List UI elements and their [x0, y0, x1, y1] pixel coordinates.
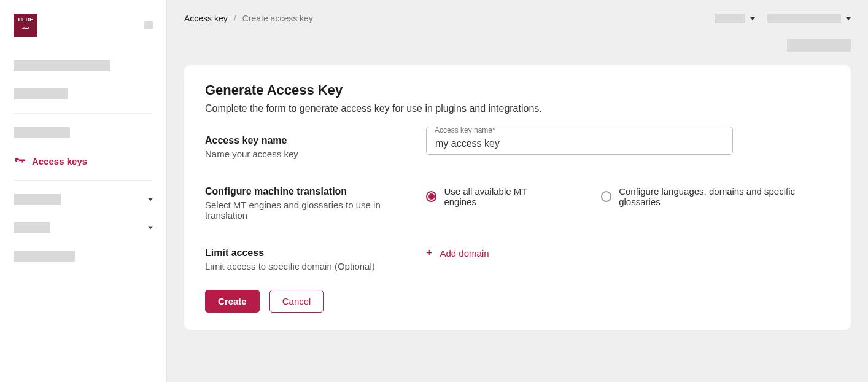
- field-title: Access key name: [205, 135, 389, 146]
- main: Access key / Create access key Generate …: [167, 0, 868, 382]
- generate-access-key-card: Generate Access Key Complete the form to…: [184, 65, 851, 330]
- sidebar-item-placeholder-2[interactable]: [14, 82, 153, 106]
- form-buttons: Create Cancel: [205, 290, 830, 313]
- breadcrumb-root[interactable]: Access key: [184, 14, 228, 23]
- mt-radio-group: Use all available MT engines Configure l…: [426, 186, 830, 207]
- sidebar-divider: [14, 180, 153, 181]
- radio-icon: [426, 191, 436, 202]
- add-domain-label: Add domain: [440, 248, 489, 259]
- mt-radio-all[interactable]: Use all available MT engines: [426, 186, 557, 207]
- sidebar-item-placeholder-4[interactable]: [14, 188, 153, 211]
- sidebar-divider: [14, 113, 153, 114]
- sidebar-item-placeholder-6[interactable]: [14, 244, 153, 268]
- field-title: Limit access: [205, 248, 389, 259]
- sidebar-item-placeholder-3[interactable]: [14, 121, 153, 144]
- chevron-down-icon: [846, 17, 851, 20]
- topbar: Access key / Create access key: [167, 0, 868, 37]
- breadcrumb-separator: /: [234, 14, 236, 23]
- chevron-down-icon: [750, 17, 755, 20]
- cancel-button[interactable]: Cancel: [269, 290, 324, 313]
- brand-logo: TILDE ∼: [14, 14, 37, 37]
- radio-label: Configure languages, domains and specifi…: [619, 186, 830, 207]
- breadcrumb-current: Create access key: [242, 14, 313, 23]
- brand-name: TILDE: [17, 17, 33, 23]
- menu-toggle-icon[interactable]: [144, 21, 153, 29]
- breadcrumb: Access key / Create access key: [184, 14, 313, 23]
- form-row-mt: Configure machine translation Select MT …: [205, 186, 830, 220]
- field-help: Select MT engines and glossaries to use …: [205, 200, 389, 220]
- form-row-name: Access key name Name your access key Acc…: [205, 135, 830, 159]
- input-floating-label: Access key name*: [435, 126, 495, 134]
- top-selector-2[interactable]: [767, 14, 851, 23]
- form-row-limit: Limit access Limit access to specific do…: [205, 248, 830, 271]
- logo-wave-icon: ∼: [21, 23, 29, 33]
- sidebar-item-placeholder-1[interactable]: [14, 54, 153, 77]
- top-action-placeholder[interactable]: [787, 39, 851, 52]
- sidebar-item-label: Access keys: [32, 156, 87, 166]
- field-help: Name your access key: [205, 149, 389, 159]
- field-help: Limit access to specific domain (Optiona…: [205, 261, 389, 271]
- sidebar-item-access-keys[interactable]: Access keys: [14, 149, 153, 173]
- card-title: Generate Access Key: [205, 82, 830, 98]
- top-selector-1[interactable]: [715, 14, 755, 23]
- radio-label: Use all available MT engines: [444, 186, 556, 207]
- sidebar: TILDE ∼ Access keys: [0, 0, 167, 382]
- create-button[interactable]: Create: [205, 290, 260, 313]
- radio-icon: [601, 191, 611, 202]
- mt-radio-configure[interactable]: Configure languages, domains and specifi…: [601, 186, 830, 207]
- key-icon: [14, 155, 26, 167]
- field-title: Configure machine translation: [205, 186, 389, 197]
- sidebar-item-placeholder-5[interactable]: [14, 216, 153, 240]
- card-subtitle: Complete the form to generate access key…: [205, 103, 830, 114]
- add-domain-button[interactable]: + Add domain: [426, 248, 489, 259]
- plus-icon: +: [426, 248, 433, 259]
